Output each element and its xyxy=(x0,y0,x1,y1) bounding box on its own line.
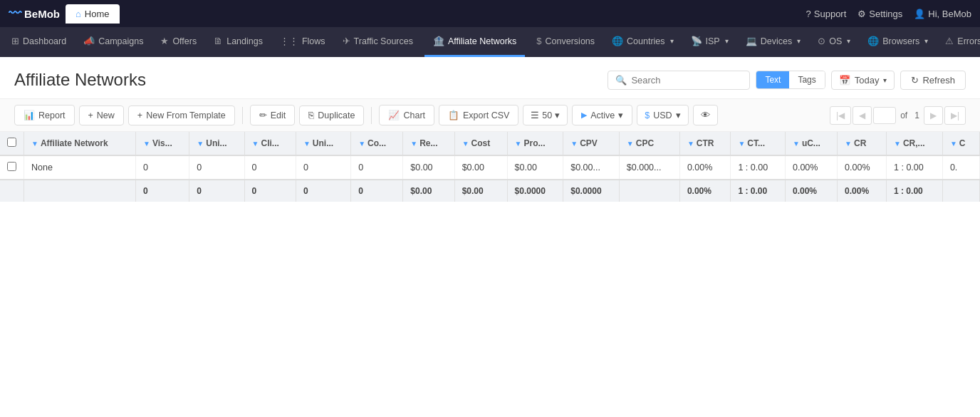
row-checkbox[interactable] xyxy=(7,162,16,171)
col-filter-c[interactable]: ▼ xyxy=(950,140,957,148)
new-button[interactable]: + New xyxy=(79,105,124,125)
table-row: None 0 0 0 0 0 $0.00 $0.00 $0.00 $0.00..… xyxy=(0,155,980,180)
col-filter-vis[interactable]: ▼ xyxy=(143,140,150,148)
col-label-uni: Uni... xyxy=(206,138,226,148)
col-label-c: C xyxy=(959,138,966,148)
col-filter-cpc[interactable]: ▼ xyxy=(627,140,634,148)
table-header-row: ▼ Affiliate Network ▼ Vis... ▼ Uni xyxy=(0,132,980,155)
date-picker[interactable]: 📅 Today ▾ xyxy=(831,71,895,90)
col-filter-ct[interactable]: ▼ xyxy=(738,140,745,148)
per-page-selector[interactable]: ☰ 50 ▾ xyxy=(523,105,568,125)
nav-item-dashboard[interactable]: ⊞ Dashboard xyxy=(3,27,75,57)
page-next-button[interactable]: ▶ xyxy=(924,106,943,125)
col-filter-cr[interactable]: ▼ xyxy=(845,140,852,148)
nav-label-affiliate-networks: Affiliate Networks xyxy=(448,36,516,46)
nav-item-countries[interactable]: 🌐 Countries ▾ xyxy=(603,27,682,57)
status-selector[interactable]: ▶ Active ▾ xyxy=(572,105,632,125)
dashboard-icon: ⊞ xyxy=(11,36,19,46)
col-label-cr2: CR,... xyxy=(903,138,925,148)
nav-item-flows[interactable]: ⋮⋮ Flows xyxy=(271,27,334,57)
search-box[interactable]: 🔍 xyxy=(608,71,750,90)
footer-cpv: $0.0000 xyxy=(563,180,620,202)
browsers-dropdown-icon: ▾ xyxy=(924,37,928,45)
col-filter-ctr[interactable]: ▼ xyxy=(687,140,694,148)
col-filter-re[interactable]: ▼ xyxy=(410,140,417,148)
support-link[interactable]: ? Support xyxy=(806,9,847,19)
page-last-button[interactable]: ▶| xyxy=(944,106,966,125)
col-header-cpc: ▼ CPC xyxy=(619,132,679,155)
col-filter-co[interactable]: ▼ xyxy=(358,140,365,148)
duplicate-icon: ⎘ xyxy=(308,110,314,120)
page-header-right: 🔍 Text Tags 📅 Today ▾ ↻ Refresh xyxy=(608,71,966,90)
col-filter-cost[interactable]: ▼ xyxy=(462,140,469,148)
nav-item-browsers[interactable]: 🌐 Browsers ▾ xyxy=(859,27,937,57)
col-filter-icon[interactable]: ▼ xyxy=(31,140,38,148)
col-filter-pro[interactable]: ▼ xyxy=(515,140,522,148)
footer-cr2: 1 : 0.00 xyxy=(887,180,943,202)
nav-item-errors[interactable]: ⚠ Errors xyxy=(937,27,980,57)
nav-item-conversions[interactable]: $ Conversions xyxy=(528,27,603,57)
export-csv-button[interactable]: 📋 Export CSV xyxy=(439,105,518,125)
top-bar-left: 〰 BeMob ⌂ Home xyxy=(9,4,120,24)
report-button[interactable]: 📊 Report xyxy=(14,105,75,125)
col-filter-cr2[interactable]: ▼ xyxy=(894,140,901,148)
footer-affiliate-network xyxy=(24,180,136,202)
col-label-uni2: Uni... xyxy=(313,138,333,148)
nav-label-campaigns: Campaigns xyxy=(98,36,143,46)
col-label-affiliate-network: Affiliate Network xyxy=(41,138,108,148)
edit-button[interactable]: ✏ Edit xyxy=(250,105,296,125)
nav-item-affiliate-networks[interactable]: 🏦 Affiliate Networks xyxy=(424,27,525,57)
refresh-button[interactable]: ↻ Refresh xyxy=(900,71,966,90)
nav-item-isp[interactable]: 📡 ISP ▾ xyxy=(682,27,737,57)
plus-icon: + xyxy=(88,110,93,120)
settings-link[interactable]: ⚙ Settings xyxy=(858,9,902,19)
col-filter-cli[interactable]: ▼ xyxy=(252,140,259,148)
toolbar-sep-1 xyxy=(242,107,243,124)
col-filter-uni[interactable]: ▼ xyxy=(197,140,204,148)
currency-chevron-icon: ▾ xyxy=(676,110,681,120)
row-checkbox-cell[interactable] xyxy=(0,155,24,180)
currency-selector[interactable]: $ USD ▾ xyxy=(637,105,688,125)
edit-icon: ✏ xyxy=(259,110,267,120)
select-all-header[interactable] xyxy=(0,132,24,155)
search-text-button[interactable]: Text xyxy=(756,71,789,88)
cell-co: 0 xyxy=(351,155,403,180)
footer-ct: 1 : 0.00 xyxy=(731,180,786,202)
cell-cli: 0 xyxy=(244,155,296,180)
nav-item-devices[interactable]: 💻 Devices ▾ xyxy=(737,27,809,57)
errors-icon: ⚠ xyxy=(945,36,954,46)
page-first-button[interactable]: |◀ xyxy=(830,106,851,125)
play-icon: ▶ xyxy=(581,110,587,120)
isp-icon: 📡 xyxy=(691,36,702,46)
select-all-checkbox[interactable] xyxy=(7,138,16,147)
col-header-cr: ▼ CR xyxy=(838,132,887,155)
user-menu[interactable]: 👤 Hi, BeMob xyxy=(914,9,971,19)
col-filter-uc[interactable]: ▼ xyxy=(793,140,800,148)
duplicate-button[interactable]: ⎘ Duplicate xyxy=(299,105,364,125)
cell-affiliate-network: None xyxy=(24,155,136,180)
search-input[interactable] xyxy=(631,75,738,86)
nav-item-offers[interactable]: ★ Offers xyxy=(152,27,205,57)
visibility-button[interactable]: 👁 xyxy=(693,105,718,125)
col-filter-cpv[interactable]: ▼ xyxy=(570,140,578,148)
new-from-template-button[interactable]: + New From Template xyxy=(128,105,235,125)
page-title: Affiliate Networks xyxy=(14,70,146,90)
nav-item-os[interactable]: ⊙ OS ▾ xyxy=(809,27,859,57)
col-label-ct: CT... xyxy=(747,138,765,148)
traffic-sources-icon: ✈ xyxy=(343,36,350,46)
nav-label-dashboard: Dashboard xyxy=(23,36,66,46)
footer-cr: 0.00% xyxy=(838,180,887,202)
nav-item-landings[interactable]: 🗎 Landings xyxy=(205,27,271,57)
chart-button[interactable]: 📈 Chart xyxy=(379,105,434,125)
nav-item-traffic-sources[interactable]: ✈ Traffic Sources xyxy=(334,27,422,57)
page-prev-button[interactable]: ◀ xyxy=(853,106,872,125)
col-label-ctr: CTR xyxy=(697,138,714,148)
nav-item-campaigns[interactable]: 📣 Campaigns xyxy=(75,27,152,57)
footer-uc: 0.00% xyxy=(785,180,837,202)
home-tab[interactable]: ⌂ Home xyxy=(66,4,120,24)
search-tags-button[interactable]: Tags xyxy=(789,71,824,88)
page-number-input[interactable]: 1 xyxy=(873,107,896,124)
toolbar: 📊 Report + New + New From Template ✏ Edi… xyxy=(0,99,980,132)
nav-label-devices: Devices xyxy=(761,36,792,46)
col-filter-uni2[interactable]: ▼ xyxy=(303,140,311,148)
